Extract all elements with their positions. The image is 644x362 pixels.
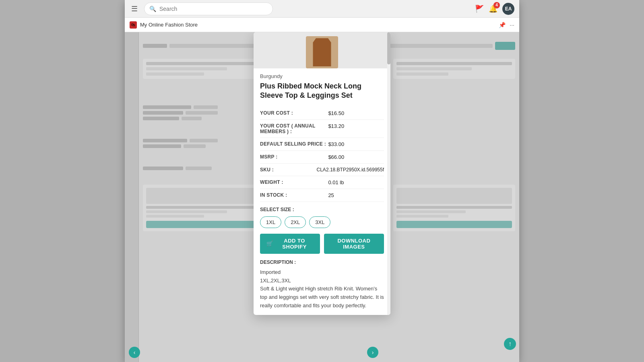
your-cost-annual-value: $13.20 xyxy=(328,123,344,134)
product-image-area xyxy=(254,32,390,68)
your-cost-label: YOUR COST : xyxy=(260,110,328,116)
hamburger-icon[interactable]: ☰ xyxy=(130,3,139,15)
scroll-to-top-button[interactable]: ↑ xyxy=(504,338,516,350)
weight-row: WEIGHT : 0.01 lb xyxy=(260,176,384,189)
in-stock-value: 25 xyxy=(328,192,334,198)
next-arrow[interactable]: › xyxy=(367,347,378,358)
msrp-value: $66.00 xyxy=(328,154,344,160)
more-options-icon[interactable]: ··· xyxy=(510,22,514,28)
add-to-shopify-label: ADD TO SHOPIFY xyxy=(276,238,314,250)
size-1xl[interactable]: 1XL xyxy=(260,216,281,228)
size-section: SELECT SIZE : 1XL 2XL 3XL xyxy=(260,207,384,228)
sku-label: SKU : xyxy=(260,167,317,173)
your-cost-row: YOUR COST : $16.50 xyxy=(260,107,384,120)
add-to-shopify-button[interactable]: 🛒 ADD TO SHOPIFY xyxy=(260,234,320,254)
product-modal: Burgundy Plus Ribbed Mock Neck Long Slee… xyxy=(254,32,390,315)
weight-value: 0.01 lb xyxy=(328,179,344,185)
modal-scrollbar[interactable] xyxy=(387,32,390,315)
your-cost-annual-row: YOUR COST ( ANNUAL MEMBERS ) : $13.20 xyxy=(260,120,384,138)
toolbar-right: 🚩 🔔 4 EA xyxy=(475,3,514,15)
tab-actions: 📌 ··· xyxy=(499,22,514,28)
size-3xl[interactable]: 3XL xyxy=(309,216,330,228)
default-selling-value: $33.00 xyxy=(328,141,344,147)
size-2xl[interactable]: 2XL xyxy=(285,216,306,228)
modal-overlay: Burgundy Plus Ribbed Mock Neck Long Slee… xyxy=(125,32,519,362)
shopify-cart-icon: 🛒 xyxy=(266,241,273,247)
weight-label: WEIGHT : xyxy=(260,179,328,185)
store-name-tab: My Online Fashion Store xyxy=(140,22,198,28)
color-label: Burgundy xyxy=(260,73,384,79)
description-text: Imported 1XL,2XL,3XL Soft & Light weight… xyxy=(260,268,384,310)
browser-content: Burgundy Plus Ribbed Mock Neck Long Slee… xyxy=(125,32,519,362)
browser-toolbar: ☰ 🔍 🚩 🔔 4 EA xyxy=(125,0,519,18)
desc-line-2: 1XL,2XL,3XL xyxy=(260,278,291,284)
default-selling-row: DEFAULT SELLING PRICE : $33.00 xyxy=(260,138,384,151)
pin-icon[interactable]: 📌 xyxy=(499,22,506,28)
prev-arrow[interactable]: ‹ xyxy=(129,347,140,358)
browser-window: ☰ 🔍 🚩 🔔 4 EA 🛍 My Online Fashion Store 📌… xyxy=(125,0,519,362)
description-section: DESCRIPTION : Imported 1XL,2XL,3XL Soft … xyxy=(260,259,384,310)
msrp-row: MSRP : $66.00 xyxy=(260,151,384,164)
your-cost-annual-label: YOUR COST ( ANNUAL MEMBERS ) : xyxy=(260,123,328,134)
in-stock-label: IN STOCK : xyxy=(260,192,328,198)
product-details: Burgundy Plus Ribbed Mock Neck Long Slee… xyxy=(254,68,390,315)
user-avatar[interactable]: EA xyxy=(502,3,514,15)
in-stock-row: IN STOCK : 25 xyxy=(260,189,384,202)
search-icon: 🔍 xyxy=(149,6,156,12)
action-buttons: 🛒 ADD TO SHOPIFY DOWNLOAD IMAGES xyxy=(260,234,384,254)
scrollbar-thumb[interactable] xyxy=(387,32,390,64)
description-label: DESCRIPTION : xyxy=(260,259,384,265)
product-title: Plus Ribbed Mock Neck Long Sleeve Top & … xyxy=(260,82,384,101)
download-images-label: DOWNLOAD IMAGES xyxy=(337,238,370,250)
notification-badge: 4 xyxy=(493,2,500,8)
size-options: 1XL 2XL 3XL xyxy=(260,216,384,228)
sku-row: SKU : CLA2.18.BTP2950X.id.569955f xyxy=(260,164,384,176)
search-bar[interactable]: 🔍 xyxy=(144,2,273,15)
select-size-label: SELECT SIZE : xyxy=(260,207,384,212)
msrp-label: MSRP : xyxy=(260,154,328,160)
flag-icon[interactable]: 🚩 xyxy=(475,4,484,13)
default-selling-label: DEFAULT SELLING PRICE : xyxy=(260,141,328,147)
notification-bell[interactable]: 🔔 4 xyxy=(489,4,497,13)
your-cost-value: $16.50 xyxy=(328,110,344,116)
store-favicon: 🛍 xyxy=(130,21,137,29)
browser-tab-bar: 🛍 My Online Fashion Store 📌 ··· xyxy=(125,18,519,32)
sku-value: CLA2.18.BTP2950X.id.569955f xyxy=(317,167,384,173)
desc-line-1: Imported xyxy=(260,269,281,275)
download-images-button[interactable]: DOWNLOAD IMAGES xyxy=(324,234,384,254)
search-input[interactable] xyxy=(159,6,268,12)
desc-line-3: Soft & Light weight High stretch Rib Kni… xyxy=(260,286,384,309)
